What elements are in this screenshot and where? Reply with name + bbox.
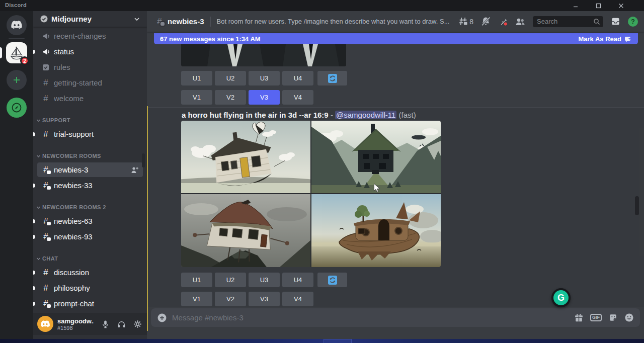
hashtag-icon: [41, 268, 50, 278]
section-newcomer-rooms[interactable]: NEWCOMER ROOMS: [33, 150, 147, 162]
grid-image-steampunk-house[interactable]: [311, 194, 441, 267]
hashtag-icon: [41, 94, 50, 104]
threads-button[interactable]: 8: [458, 17, 473, 26]
add-server-button[interactable]: [7, 70, 27, 90]
sidebar-item-newbies-63[interactable]: newbies-63: [33, 213, 147, 229]
help-button[interactable]: ?: [628, 17, 638, 27]
member-list-button[interactable]: [515, 17, 525, 26]
user-discriminator: #1598: [57, 325, 94, 331]
sidebar-item-welcome[interactable]: welcome: [33, 91, 147, 106]
headphones-icon: [117, 320, 126, 328]
sidebar-item-rules[interactable]: rules: [33, 59, 147, 75]
mark-as-read-button[interactable]: Mark As Read: [579, 35, 632, 43]
minimize-button[interactable]: [569, 2, 583, 10]
reroll-button[interactable]: [317, 273, 347, 287]
v3-button-selected[interactable]: V3: [249, 90, 280, 105]
maximize-icon: [596, 3, 601, 9]
channel-topic[interactable]: Bot room for new users. Type /imagine th…: [217, 18, 449, 25]
u3-button[interactable]: U3: [249, 273, 280, 287]
close-button[interactable]: [614, 2, 628, 10]
v4-button[interactable]: V4: [282, 292, 313, 306]
message-input[interactable]: [172, 313, 569, 322]
compass-icon: [11, 102, 22, 113]
announcement-icon: [41, 47, 50, 56]
sidebar-item-newbies-33[interactable]: newbies-33: [33, 178, 147, 193]
hashtag-icon: [41, 78, 50, 88]
mic-button[interactable]: [100, 318, 111, 329]
new-messages-text: 67 new messages since 1:34 AM: [160, 35, 261, 43]
search-placeholder: Search: [537, 18, 593, 25]
u1-button[interactable]: U1: [181, 273, 212, 287]
u1-button[interactable]: U1: [181, 71, 212, 85]
sticker-icon[interactable]: [608, 313, 618, 322]
section-newcomer-rooms-2[interactable]: NEWCOMER ROOMS 2: [33, 201, 147, 213]
gift-icon[interactable]: [574, 313, 584, 322]
announcement-icon: [41, 32, 50, 41]
user-avatar[interactable]: [37, 316, 53, 332]
microphone-icon: [101, 320, 110, 328]
search-input[interactable]: Search: [533, 16, 603, 27]
chevron-down-icon: [36, 205, 41, 210]
reroll-button[interactable]: [317, 71, 347, 85]
server-name: Midjourney: [51, 15, 92, 23]
v4-button[interactable]: V4: [282, 90, 313, 105]
explore-servers-button[interactable]: [7, 98, 27, 118]
message1-image-attachment[interactable]: [181, 44, 346, 66]
grid-image-mountain-cabin[interactable]: [311, 121, 441, 193]
v2-button[interactable]: V2: [215, 292, 246, 306]
thread-count: 8: [469, 18, 473, 26]
grid-image-balloon-house[interactable]: [181, 121, 310, 193]
channel-label: getting-started: [54, 78, 139, 87]
sidebar-item-philosophy[interactable]: philosophy: [33, 280, 147, 296]
inbox-button[interactable]: [611, 17, 620, 26]
u2-button[interactable]: U2: [215, 273, 246, 287]
user-mention[interactable]: @samgoodwill-11: [335, 111, 396, 119]
sidebar-item-discussion[interactable]: discussion: [33, 265, 147, 280]
notifications-muted-button[interactable]: [481, 17, 491, 26]
suits-image: [181, 44, 346, 66]
sidebar-item-status[interactable]: status: [33, 44, 147, 59]
v3-button[interactable]: V3: [249, 292, 280, 306]
section-chat[interactable]: CHAT: [33, 252, 147, 265]
settings-button[interactable]: [132, 318, 143, 329]
message-composer[interactable]: GIF: [151, 308, 640, 327]
v2-button[interactable]: V2: [215, 90, 246, 105]
sidebar-item-recent-changes[interactable]: recent-changes: [33, 28, 147, 44]
discord-logo-icon: [11, 21, 23, 30]
v1-button[interactable]: V1: [181, 292, 212, 306]
sidebar-item-trial-support[interactable]: trial-support: [33, 126, 147, 142]
server-header[interactable]: Midjourney: [33, 11, 147, 27]
chat-scrollbar-thumb[interactable]: [635, 196, 639, 215]
u4-button[interactable]: U4: [282, 71, 313, 85]
maximize-button[interactable]: [591, 2, 605, 10]
invite-people-icon[interactable]: [131, 166, 139, 174]
grid-image-tilted-hut[interactable]: [181, 194, 310, 267]
sidebar-item-newbies-93[interactable]: newbies-93: [33, 229, 147, 244]
v1-button[interactable]: V1: [181, 90, 212, 105]
u3-button[interactable]: U3: [249, 71, 280, 85]
sidebar-item-newbies-3[interactable]: newbies-3: [33, 162, 147, 178]
deafen-button[interactable]: [116, 318, 127, 329]
reroll-icon: [328, 276, 337, 285]
sidebar-scrollbar-thumb[interactable]: [142, 153, 145, 167]
section-label: NEWCOMER ROOMS: [42, 153, 101, 159]
server-active-indicator: [0, 47, 2, 58]
user-panel[interactable]: samgoodw... #1598: [33, 313, 147, 335]
close-icon: [618, 3, 624, 9]
u2-button[interactable]: U2: [215, 71, 246, 85]
sidebar-item-getting-started[interactable]: getting-started: [33, 75, 147, 91]
section-support[interactable]: SUPPORT: [33, 114, 147, 126]
sidebar-item-prompt-chat[interactable]: prompt-chat: [33, 296, 147, 311]
emoji-picker-icon[interactable]: [624, 313, 634, 322]
server-icon-midjourney[interactable]: 2: [6, 42, 27, 63]
u4-button[interactable]: U4: [282, 273, 313, 287]
discord-home-button[interactable]: [7, 15, 27, 35]
channel-label: status: [54, 47, 139, 56]
grammarly-widget[interactable]: G: [551, 288, 571, 307]
username: samgoodw...: [57, 317, 94, 325]
gif-picker-button[interactable]: GIF: [590, 314, 602, 321]
message2-image-grid[interactable]: [181, 121, 441, 267]
pinned-messages-button[interactable]: [498, 17, 508, 26]
new-messages-bar[interactable]: 67 new messages since 1:34 AM Mark As Re…: [154, 33, 638, 44]
attach-plus-icon[interactable]: [157, 313, 167, 323]
